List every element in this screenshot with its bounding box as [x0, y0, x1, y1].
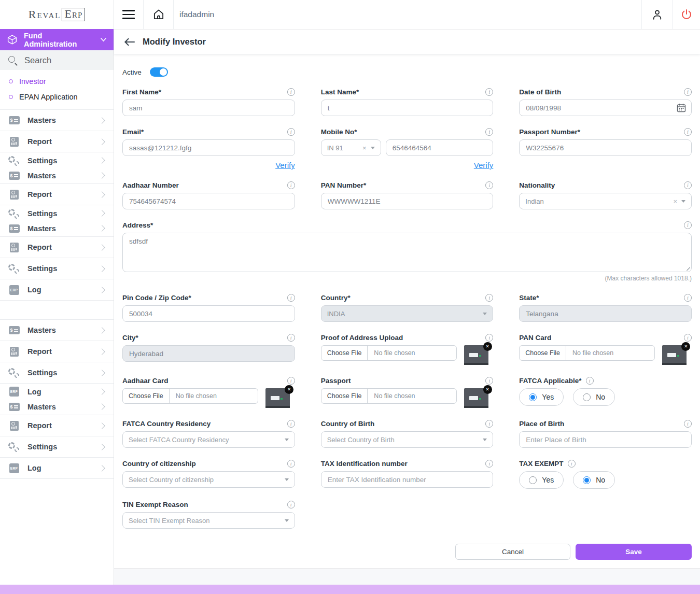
email-input[interactable] — [122, 139, 295, 156]
remove-file-icon[interactable] — [681, 342, 690, 351]
tax-exempt-no-radio[interactable]: No — [573, 471, 615, 489]
choose-file-button[interactable]: Choose File — [321, 389, 368, 403]
sidebar-item-investor[interactable]: Investor — [0, 74, 114, 89]
info-icon[interactable] — [287, 420, 295, 428]
info-icon[interactable] — [485, 128, 493, 136]
info-icon[interactable] — [287, 377, 295, 385]
verify-email-link[interactable]: Verify — [275, 161, 295, 169]
tax-exempt-yes-radio[interactable]: Yes — [519, 471, 564, 489]
country-of-birth-select[interactable]: Select Country of Birth — [321, 431, 494, 448]
passport-thumbnail[interactable] — [464, 388, 488, 408]
clear-icon[interactable] — [362, 145, 367, 151]
sidebar-item-masters[interactable]: Masters — [0, 320, 114, 341]
info-icon[interactable] — [485, 181, 493, 189]
info-icon[interactable] — [287, 334, 295, 342]
place-of-birth-input[interactable] — [519, 431, 692, 448]
hamburger-menu-button[interactable] — [114, 0, 144, 29]
info-icon[interactable] — [287, 88, 295, 96]
passport-file-input[interactable]: Choose File No file chosen — [321, 388, 457, 404]
info-icon[interactable] — [485, 377, 493, 385]
sidebar-item-settings-masters[interactable]: Settings Masters — [0, 152, 114, 184]
info-icon[interactable] — [586, 377, 594, 385]
calendar-icon[interactable] — [677, 103, 686, 112]
sidebar-item-settings[interactable]: Settings — [0, 362, 114, 384]
sidebar-item-report[interactable]: Report — [0, 131, 114, 152]
state-input[interactable] — [519, 305, 692, 322]
fatca-no-radio[interactable]: No — [573, 388, 615, 406]
module-selector[interactable]: Fund Administration — [0, 29, 114, 50]
info-icon[interactable] — [485, 334, 493, 342]
choose-file-button[interactable]: Choose File — [321, 346, 368, 360]
info-icon[interactable] — [684, 128, 692, 136]
active-toggle[interactable] — [150, 67, 168, 77]
info-icon[interactable] — [485, 460, 493, 468]
info-icon[interactable] — [684, 420, 692, 428]
aadhaar-card-thumbnail[interactable] — [265, 388, 290, 408]
choose-file-button[interactable]: Choose File — [520, 346, 566, 360]
choose-file-button[interactable]: Choose File — [123, 389, 170, 403]
country-select[interactable]: INDIA — [321, 305, 494, 322]
mobile-number-input[interactable] — [386, 139, 494, 156]
info-icon[interactable] — [287, 460, 295, 468]
city-input[interactable] — [122, 345, 295, 362]
sidebar-item-settings-masters[interactable]: Settings Masters — [0, 205, 114, 237]
info-icon[interactable] — [684, 294, 692, 302]
fatca-country-residency-select[interactable]: Select FATCA Country Residency — [122, 431, 295, 448]
back-arrow-icon[interactable] — [124, 38, 135, 46]
remove-file-icon[interactable] — [285, 385, 293, 394]
aadhaar-card-file-input[interactable]: Choose File No file chosen — [122, 388, 258, 404]
sidebar-item-masters[interactable]: Masters — [0, 110, 114, 131]
sidebar-item-log[interactable]: ERPLog — [0, 458, 114, 479]
info-icon[interactable] — [568, 460, 576, 468]
first-name-input[interactable] — [122, 100, 295, 116]
remove-file-icon[interactable] — [483, 342, 492, 351]
info-icon[interactable] — [684, 221, 692, 229]
sidebar-item-report[interactable]: Report — [0, 237, 114, 258]
logout-button[interactable] — [672, 0, 700, 29]
sidebar-item-report[interactable]: Report — [0, 415, 114, 436]
proof-of-address-thumbnail[interactable] — [464, 345, 488, 365]
sidebar-item-log-masters[interactable]: ERPLog Masters — [0, 384, 114, 415]
tin-exempt-reason-select[interactable]: Select TIN Exempt Reason — [122, 512, 295, 529]
cancel-button[interactable]: Cancel — [455, 544, 570, 560]
info-icon[interactable] — [684, 88, 692, 96]
pan-card-thumbnail[interactable] — [662, 345, 687, 365]
verify-mobile-link[interactable]: Verify — [474, 161, 494, 169]
info-icon[interactable] — [287, 501, 295, 508]
info-icon[interactable] — [684, 334, 692, 342]
country-of-citizenship-select[interactable]: Select Country of citizenship — [122, 471, 295, 488]
info-icon[interactable] — [287, 128, 295, 136]
last-name-input[interactable] — [321, 100, 494, 116]
sidebar-item-settings[interactable]: Settings — [0, 436, 114, 458]
app-window: RevalErp Fund Administration Search Inve… — [0, 0, 700, 594]
home-button[interactable] — [144, 0, 174, 29]
pin-code-input[interactable] — [122, 305, 295, 322]
sidebar-item-log[interactable]: ERPLog — [0, 279, 114, 301]
info-icon[interactable] — [684, 181, 692, 189]
country-code-select[interactable]: IN 91 — [321, 139, 381, 156]
proof-of-address-file-input[interactable]: Choose File No file chosen — [321, 345, 457, 361]
nationality-select[interactable]: Indian — [519, 193, 692, 209]
info-icon[interactable] — [485, 420, 493, 428]
info-icon[interactable] — [287, 181, 295, 189]
sidebar-item-settings[interactable]: Settings — [0, 258, 114, 279]
pan-card-file-input[interactable]: Choose File No file chosen — [519, 345, 655, 361]
info-icon[interactable] — [485, 88, 493, 96]
profile-button[interactable] — [641, 0, 672, 29]
address-textarea[interactable]: sdfsdf — [122, 233, 692, 272]
sidebar-item-epan-application[interactable]: EPAN Application — [0, 89, 114, 105]
info-icon[interactable] — [287, 294, 295, 302]
fatca-yes-radio[interactable]: Yes — [519, 388, 564, 406]
clear-icon[interactable] — [673, 198, 677, 205]
pan-number-input[interactable] — [321, 193, 494, 209]
passport-number-input[interactable] — [519, 139, 692, 156]
remove-file-icon[interactable] — [483, 385, 492, 394]
sidebar-item-report[interactable]: Report — [0, 341, 114, 362]
sidebar-search[interactable]: Search — [0, 50, 114, 70]
tax-identification-input[interactable] — [321, 471, 494, 488]
date-of-birth-input[interactable]: 08/09/1998 — [519, 100, 692, 116]
aadhaar-number-input[interactable] — [122, 193, 295, 209]
sidebar-item-report[interactable]: Report — [0, 184, 114, 205]
save-button[interactable]: Save — [576, 544, 692, 560]
info-icon[interactable] — [485, 294, 493, 302]
